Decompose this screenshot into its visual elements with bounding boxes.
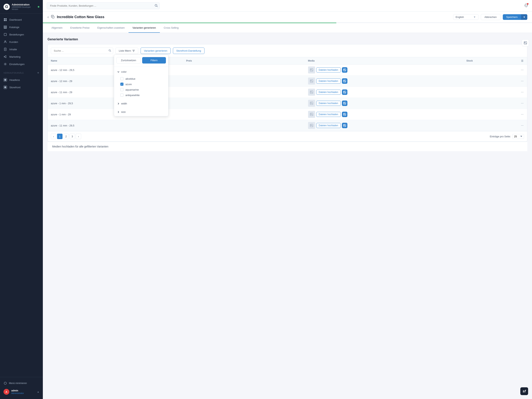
tab-varianten[interactable]: Varianten generieren: [128, 23, 160, 33]
media-panel-btn[interactable]: [522, 39, 529, 46]
upload-files-btn[interactable]: Dateien hochladen: [316, 90, 341, 95]
media-icon-btn[interactable]: [342, 123, 347, 128]
filter-dropdown: Zurücksetzen Filtern color: [114, 55, 168, 116]
back-btn[interactable]: ‹: [48, 15, 49, 19]
media-icon-btn[interactable]: [342, 78, 347, 84]
filter-group-width-header[interactable]: width: [114, 100, 168, 107]
variant-media-cell: Dateien hochladen: [305, 87, 463, 98]
notification-btn[interactable]: [524, 4, 528, 8]
variant-media-cell: Dateien hochladen: [305, 109, 463, 120]
filter-option-aquamarine[interactable]: aquamarine: [120, 87, 168, 92]
search-input[interactable]: [47, 2, 160, 9]
filter-apply-btn[interactable]: Filtern: [142, 57, 166, 64]
save-btn[interactable]: Speichern: [503, 14, 521, 20]
generate-variants-btn[interactable]: Varianten generieren: [141, 48, 171, 54]
variant-price-cell: [183, 120, 305, 131]
app-name: Administration: [12, 3, 36, 6]
checkbox-antiquewhite[interactable]: [120, 94, 123, 97]
upload-files-btn[interactable]: Dateien hochladen: [316, 123, 341, 128]
row-more-btn[interactable]: ···: [521, 124, 523, 127]
upload-files-btn[interactable]: Dateien hochladen: [316, 78, 341, 84]
sidebar-item-label: Kataloge: [9, 26, 19, 29]
filter-option-azure[interactable]: ✓ azure: [120, 81, 168, 87]
checkbox-aquamarine[interactable]: [120, 88, 123, 91]
tab-erweiterte-preise[interactable]: Erweiterte Preise: [66, 23, 94, 33]
sidebar-item-label: Dashboard: [9, 18, 22, 21]
row-more-btn[interactable]: ···: [521, 68, 523, 72]
variant-actions-cell: ···: [517, 76, 527, 87]
variants-search-input[interactable]: [51, 48, 113, 54]
save-dropdown-btn[interactable]: ▼: [521, 14, 527, 20]
checkbox-aliceblue[interactable]: [120, 77, 123, 80]
media-icon-btn[interactable]: [342, 101, 347, 106]
pagination-next[interactable]: ›: [76, 134, 81, 139]
search-icon-btn[interactable]: [155, 4, 158, 8]
sidebar-item-headless[interactable]: Headless: [0, 76, 43, 84]
sidebar-item-kataloge[interactable]: Kataloge: [0, 23, 43, 31]
pagination-prev[interactable]: ‹: [51, 134, 56, 139]
sidebar-item-storefront[interactable]: Storefront: [0, 84, 43, 91]
variant-actions-cell: ···: [517, 120, 527, 131]
filter-option-aliceblue[interactable]: aliceblue: [120, 76, 168, 81]
svg-point-17: [155, 4, 157, 6]
sidebar-item-label: Einstellungen: [9, 63, 25, 66]
user-info: admin Administrator: [11, 389, 35, 394]
tab-eigenschaften[interactable]: Eigenschaften zuweisen: [94, 23, 128, 33]
sidebar-item-label: Marketing: [9, 55, 20, 58]
svg-point-13: [5, 64, 6, 65]
user-role: Administrator: [11, 392, 35, 394]
checkbox-azure[interactable]: ✓: [120, 83, 123, 86]
syfar-btn[interactable]: sf: [520, 387, 528, 395]
sidebar-item-marketing[interactable]: Marketing: [0, 53, 43, 60]
upload-files-btn[interactable]: Dateien hochladen: [316, 67, 341, 72]
tab-allgemein[interactable]: Allgemein: [48, 23, 66, 33]
sidebar-item-kunden[interactable]: Kunden: [0, 38, 43, 45]
media-thumbnail: [308, 89, 315, 96]
sidebar-item-inhalte[interactable]: Inhalte: [0, 45, 43, 53]
table-row: azure - 11 mm - 29,5 Dateien hochladen ·…: [48, 120, 527, 131]
product-title: Incredible Cotton New Glass: [57, 15, 451, 19]
sidebar-item-label: Headless: [9, 78, 20, 81]
media-actions: Dateien hochladen: [308, 122, 460, 129]
per-page-select[interactable]: 10 25 50 100: [512, 134, 524, 139]
language-selector[interactable]: English ▼: [453, 14, 478, 20]
filter-group-size-header[interactable]: size: [114, 109, 168, 115]
filter-btn[interactable]: Liste filtern: [115, 48, 138, 54]
tab-cross-selling[interactable]: Cross Selling: [160, 23, 183, 33]
upload-files-btn[interactable]: Dateien hochladen: [316, 101, 341, 106]
minimize-menu-btn[interactable]: Menü minimieren: [0, 380, 43, 387]
sidebar-item-bestellungen[interactable]: Bestellungen: [0, 31, 43, 38]
svg-rect-19: [52, 16, 54, 18]
svg-rect-3: [6, 20, 7, 21]
sidebar-item-label: Storefront: [9, 86, 20, 89]
sidebar-user[interactable]: A admin Administrator ▲: [0, 387, 43, 397]
pagination-page-1[interactable]: 1: [57, 134, 63, 139]
media-thumbnail: [308, 100, 315, 107]
media-actions: Dateien hochladen: [308, 66, 460, 73]
svg-line-21: [110, 51, 111, 52]
media-icon-btn[interactable]: [342, 90, 347, 95]
media-icon-btn[interactable]: [342, 67, 347, 73]
chevron-down-icon: [117, 71, 120, 73]
row-more-btn[interactable]: ···: [521, 102, 523, 105]
media-icon-btn[interactable]: [342, 112, 347, 117]
filter-reset-btn[interactable]: Zurücksetzen: [116, 57, 141, 64]
col-header-media: Media: [305, 57, 463, 64]
upload-files-btn[interactable]: Dateien hochladen: [316, 112, 341, 117]
pagination-page-2[interactable]: 2: [63, 134, 69, 139]
sidebar-item-dashboard[interactable]: Dashboard: [0, 16, 43, 23]
storefront-darstellung-btn[interactable]: Storefront-Darstellung: [173, 48, 204, 54]
row-more-btn[interactable]: ···: [521, 113, 523, 116]
filter-option-antiquewhite[interactable]: antiquewhite: [120, 92, 168, 98]
copy-btn[interactable]: [51, 15, 55, 19]
pagination-page-3[interactable]: 3: [70, 134, 75, 139]
sidebar-item-label: Kunden: [9, 40, 18, 44]
row-more-btn[interactable]: ···: [521, 90, 523, 94]
add-sales-channel-icon[interactable]: +: [37, 71, 39, 75]
chevron-down-icon: ▼: [473, 16, 476, 19]
sidebar-item-einstellungen[interactable]: Einstellungen: [0, 60, 43, 68]
cancel-btn[interactable]: Abbrechen: [481, 14, 500, 20]
variant-stock-cell: [463, 64, 517, 76]
filter-group-color-header[interactable]: color: [114, 68, 168, 75]
row-more-btn[interactable]: ···: [521, 79, 523, 83]
